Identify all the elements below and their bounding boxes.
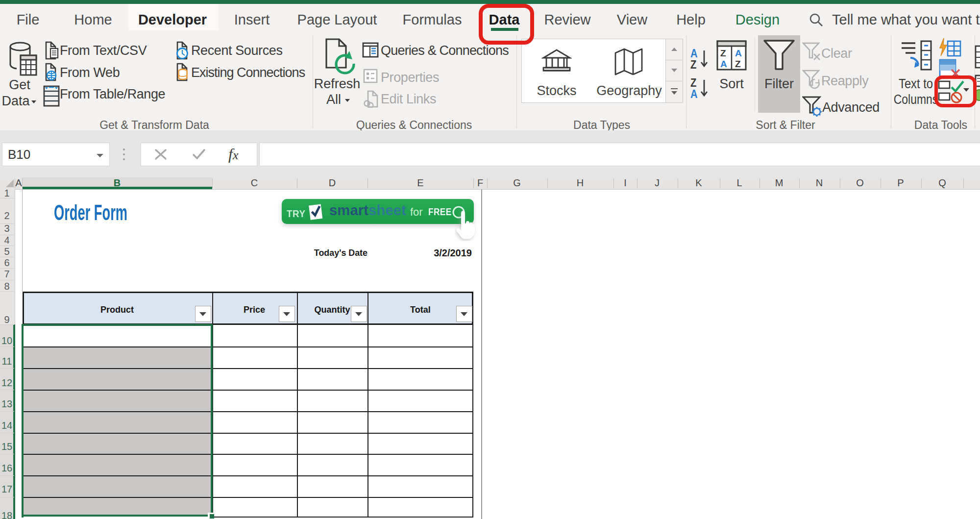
svg-text:A: A xyxy=(720,59,727,69)
svg-text:Z: Z xyxy=(690,58,696,70)
svg-text:Z: Z xyxy=(735,59,741,69)
svg-text:A: A xyxy=(735,48,742,58)
svg-text:Z: Z xyxy=(720,48,726,58)
svg-text:A: A xyxy=(690,88,698,99)
